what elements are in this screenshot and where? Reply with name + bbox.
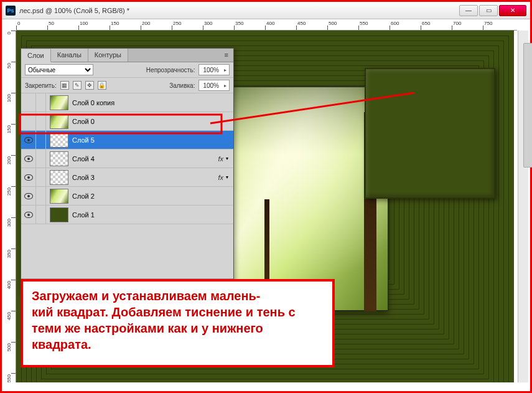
fx-indicator[interactable]: fx (218, 174, 226, 181)
small-square (365, 68, 495, 199)
visibility-toggle[interactable] (21, 112, 36, 130)
visibility-toggle[interactable] (21, 149, 36, 168)
layer-name[interactable]: Слой 3 (72, 174, 218, 181)
layer-thumbnail[interactable] (50, 189, 68, 204)
layer-thumbnail[interactable] (50, 133, 68, 148)
layer-row[interactable]: Слой 1 (21, 206, 233, 224)
layer-thumbnail[interactable] (50, 151, 68, 166)
eye-icon (24, 174, 33, 181)
lock-transparent-icon[interactable]: ▦ (60, 81, 69, 90)
minimize-button[interactable]: — (459, 5, 478, 16)
visibility-toggle[interactable] (21, 168, 36, 186)
layer-name[interactable]: Слой 5 (72, 136, 233, 144)
visibility-toggle[interactable] (21, 187, 36, 205)
lock-brush-icon[interactable]: ✎ (73, 81, 82, 90)
link-cell (36, 206, 46, 224)
layers-list: Слой 0 копияСлой 0Слой 5Слой 4fx▾Слой 3f… (21, 93, 233, 278)
eye-icon (24, 193, 33, 199)
annotation-box: Загружаем и устанавливаем малень-кий ква… (21, 279, 335, 367)
maximize-button[interactable]: ▭ (479, 5, 498, 16)
layer-name[interactable]: Слой 4 (72, 155, 218, 163)
eye-icon (24, 137, 33, 143)
photoshop-icon: Ps (6, 6, 16, 16)
visibility-toggle[interactable] (21, 131, 36, 149)
link-cell (36, 149, 46, 168)
layer-name[interactable]: Слой 1 (72, 211, 233, 219)
ruler-horizontal: 0501001502002503003504004505005506006507… (16, 19, 517, 31)
tab-channels[interactable]: Каналы (51, 49, 88, 62)
layer-thumbnail[interactable] (50, 207, 68, 222)
close-button[interactable]: ✕ (499, 5, 526, 16)
layer-row[interactable]: Слой 0 (21, 112, 233, 131)
layer-thumbnail[interactable] (50, 95, 68, 110)
layers-panel: Слои Каналы Контуры ≡ Обычные Непрозрачн… (21, 48, 234, 294)
blend-mode-select[interactable]: Обычные (25, 64, 93, 75)
layer-name[interactable]: Слой 0 (72, 118, 233, 125)
opacity-label: Непрозрачность: (146, 67, 195, 73)
lock-all-icon[interactable]: 🔒 (98, 81, 106, 90)
layer-name[interactable]: Слой 0 копия (72, 99, 233, 107)
scrollbar-vertical[interactable] (518, 31, 528, 382)
layer-thumbnail[interactable] (50, 170, 68, 185)
window-titlebar: Ps лес.psd @ 100% (Слой 5, RGB/8) * — ▭ … (2, 2, 530, 19)
link-cell (36, 93, 46, 111)
layer-row[interactable]: Слой 5 (21, 131, 233, 149)
link-cell (36, 187, 46, 205)
scroll-thumb[interactable] (523, 43, 532, 168)
chevron-down-icon[interactable]: ▾ (226, 156, 233, 161)
fill-input[interactable]: 100%▸ (198, 80, 230, 91)
eye-icon (24, 156, 33, 162)
layer-row[interactable]: Слой 0 копия (21, 93, 233, 112)
lock-move-icon[interactable]: ✥ (85, 81, 94, 90)
visibility-toggle[interactable] (21, 206, 36, 224)
link-cell (36, 131, 46, 149)
layer-name[interactable]: Слой 2 (72, 192, 233, 200)
eye-icon (24, 212, 33, 218)
fill-label: Заливка: (169, 82, 195, 89)
opacity-input[interactable]: 100%▸ (198, 64, 230, 75)
annotation-text: Загружаем и устанавливаем малень-кий ква… (32, 288, 324, 353)
layer-row[interactable]: Слой 4fx▾ (21, 149, 233, 168)
layer-row[interactable]: Слой 2 (21, 187, 233, 206)
layer-thumbnail[interactable] (50, 114, 68, 129)
ruler-vertical: 050100150200250300350400450500550 (5, 31, 16, 382)
window-title: лес.psd @ 100% (Слой 5, RGB/8) * (19, 7, 459, 14)
layer-row[interactable]: Слой 3fx▾ (21, 168, 233, 187)
tab-layers[interactable]: Слои (21, 49, 51, 62)
lock-label: Закрепить: (25, 82, 57, 89)
panel-menu-icon[interactable]: ≡ (220, 49, 233, 62)
link-cell (36, 112, 46, 130)
chevron-down-icon[interactable]: ▾ (226, 174, 233, 180)
fx-indicator[interactable]: fx (218, 155, 226, 163)
tutorial-frame: Ps лес.psd @ 100% (Слой 5, RGB/8) * — ▭ … (0, 0, 532, 393)
visibility-toggle[interactable] (21, 93, 36, 111)
tab-paths[interactable]: Контуры (88, 49, 128, 62)
link-cell (36, 168, 46, 186)
